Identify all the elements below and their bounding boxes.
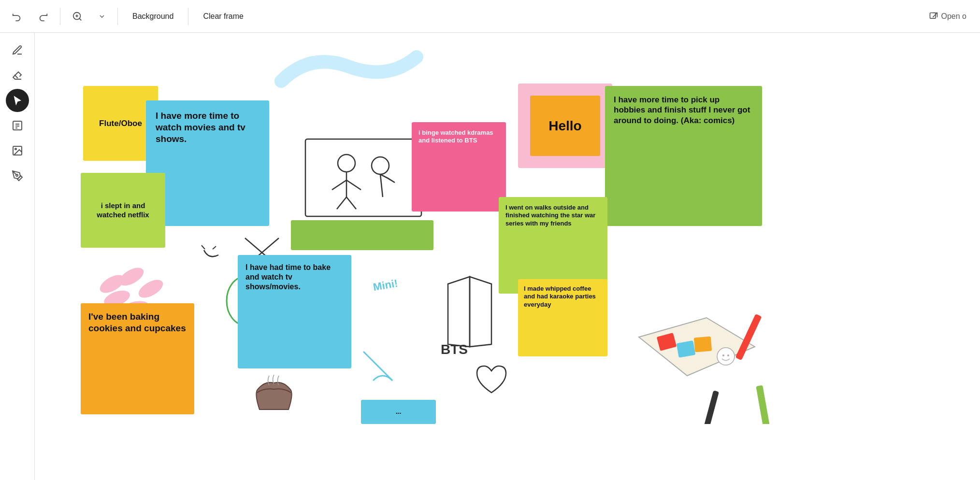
image-tool[interactable] — [6, 139, 29, 162]
note-orange-baking[interactable]: I've been baking cookies and cupcakes — [81, 303, 194, 414]
svg-point-11 — [16, 174, 18, 176]
note-green-hobbies[interactable]: I have more time to pick up hobbies and … — [605, 86, 762, 226]
note-blue-bake[interactable]: I have had time to bake and watch tv sho… — [238, 255, 351, 368]
zoom-dropdown-button[interactable] — [92, 6, 112, 27]
mini-label: Mini! — [372, 277, 399, 294]
open-button[interactable]: Open o — [921, 6, 974, 27]
svg-rect-31 — [677, 340, 696, 358]
svg-line-17 — [337, 197, 346, 209]
svg-line-20 — [202, 245, 205, 249]
art-supplies-sketch — [620, 289, 784, 424]
note-orange-hello[interactable]: Hello — [530, 96, 600, 156]
pointer-icon — [12, 95, 23, 106]
eraser-icon — [12, 70, 23, 81]
heart-sketch — [470, 361, 513, 400]
svg-rect-32 — [694, 336, 712, 352]
zoom-icon — [72, 11, 83, 22]
sidebar — [0, 33, 35, 480]
redo-button[interactable] — [32, 6, 54, 27]
undo-button[interactable] — [6, 6, 28, 27]
notes-icon — [12, 120, 23, 131]
image-icon — [12, 145, 23, 156]
toolbar: Background Clear frame Open o — [0, 0, 980, 33]
toolbar-divider-3 — [188, 8, 188, 25]
svg-rect-38 — [700, 390, 719, 424]
svg-line-21 — [213, 246, 216, 249]
svg-line-1 — [79, 18, 81, 20]
svg-point-26 — [136, 276, 166, 301]
svg-point-33 — [717, 348, 735, 365]
svg-rect-12 — [305, 139, 421, 216]
note-blue-bottom[interactable]: ... — [361, 400, 436, 424]
chevron-down-icon — [98, 13, 106, 20]
note-pink-binge[interactable]: i binge watched kdramas and listened to … — [412, 122, 506, 212]
svg-line-16 — [346, 180, 361, 190]
svg-line-18 — [346, 197, 356, 209]
toolbar-divider-1 — [60, 8, 60, 25]
eraser-tool[interactable] — [6, 64, 29, 87]
svg-line-15 — [332, 180, 346, 190]
coffee-sketch — [245, 371, 303, 414]
zoom-button[interactable] — [66, 6, 88, 27]
undo-icon — [12, 11, 22, 22]
svg-point-13 — [338, 155, 355, 172]
clear-frame-button[interactable]: Clear frame — [194, 6, 252, 27]
svg-point-19 — [372, 157, 389, 174]
svg-point-10 — [15, 148, 16, 150]
blue-swoosh-decoration — [272, 47, 426, 91]
svg-point-35 — [727, 354, 729, 356]
pencil-icon — [12, 44, 23, 56]
marker-icon — [12, 170, 23, 182]
green-bar — [291, 220, 433, 250]
svg-rect-37 — [756, 385, 770, 424]
pointer-tool[interactable] — [6, 89, 29, 112]
notes-tool[interactable] — [6, 114, 29, 137]
note-yellow-whipped[interactable]: I made whipped coffee and had karaoke pa… — [518, 279, 607, 356]
note-green-slept[interactable]: i slept in and watched netflix — [81, 173, 165, 248]
marker-tool[interactable] — [6, 164, 29, 187]
pencil-tool[interactable] — [6, 39, 29, 62]
external-link-icon — [929, 12, 938, 21]
book-sketch — [443, 274, 496, 352]
toolbar-divider-2 — [117, 8, 118, 25]
background-button[interactable]: Background — [124, 6, 182, 27]
blue-connector — [359, 347, 397, 385]
face-sketch — [189, 236, 238, 274]
canvas[interactable]: Flute/Oboe I have more time to watch mov… — [35, 33, 980, 480]
open-label: Open o — [941, 12, 966, 21]
svg-point-34 — [722, 354, 724, 356]
redo-icon — [38, 11, 48, 22]
